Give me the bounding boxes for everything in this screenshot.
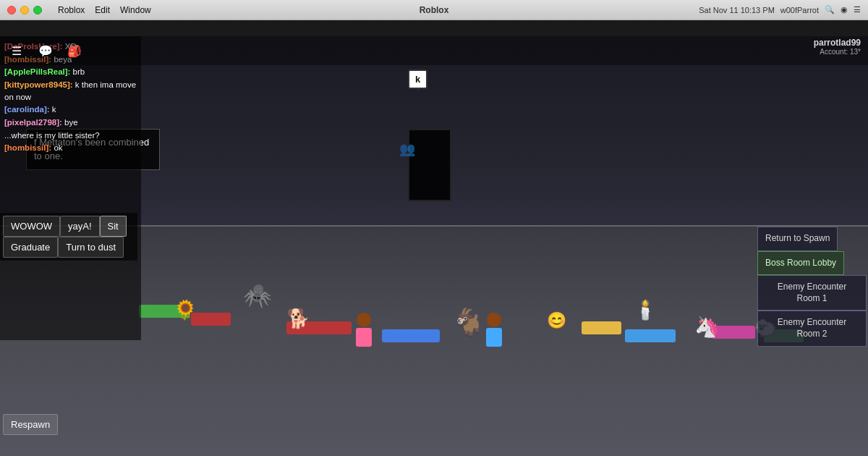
title-bar: Roblox Edit Window Roblox Sat Nov 11 10:… — [0, 0, 868, 20]
fullscreen-button[interactable] — [33, 6, 42, 14]
display-username: parrotlad99 — [814, 38, 861, 48]
traffic-lights: Roblox Edit Window — [7, 5, 151, 15]
chat-message: [carolinda]: k — [4, 104, 137, 116]
minimize-button[interactable] — [20, 6, 29, 14]
action-button-turn-to-dust[interactable]: Turn to dust — [58, 237, 124, 258]
purple-character: 🦄 — [694, 315, 720, 339]
siri-icon[interactable]: ◉ — [841, 5, 848, 14]
chat-message: [kittypower8945]: k then ima move on now — [4, 79, 137, 103]
right-buttons-list: Return to SpawnBoss Room LobbyEnemy Enco… — [757, 227, 867, 347]
muffet-character: 🕷️ — [243, 282, 272, 309]
nav-button-enemy-encounter-room-1[interactable]: Enemy Encounter Room 1 — [757, 275, 867, 311]
platform-3 — [382, 329, 440, 342]
chat-panel: [DaProIsHere]: XD[hombissil]: beya[Apple… — [0, 36, 141, 340]
flowey-character: 🌻 — [174, 299, 197, 321]
hamburger-menu-button[interactable]: ☰ — [6, 40, 27, 62]
account-info: Account: 13* — [814, 48, 861, 56]
menu-roblox[interactable]: Roblox — [58, 5, 85, 15]
chat-message: [hombissil]: ok — [4, 142, 137, 154]
game-viewport: k 🕷️ 🌻 🕯️ 🐕 😊 🐐 🦄 🐑 👥 ☰ 💬 — [0, 36, 868, 456]
action-button-sit[interactable]: Sit — [100, 216, 127, 237]
system-info: Sat Nov 11 10:13 PM w00fParrot 🔍 ◉ ☰ — [699, 5, 861, 14]
search-icon[interactable]: 🔍 — [825, 5, 835, 14]
speech-bubble: k — [408, 69, 427, 89]
shadow-character: 👥 — [399, 141, 415, 157]
action-panel: WOWOWyayA!SitGraduateTurn to dust — [0, 213, 137, 261]
flame-character: 🕯️ — [634, 299, 657, 321]
menu-window[interactable]: Window — [120, 5, 151, 15]
platform-4 — [582, 321, 621, 334]
chat-message: ...where is my little sister? — [4, 130, 137, 142]
respawn-button-container: Respawn — [3, 414, 135, 435]
right-panel: Return to SpawnBoss Room LobbyEnemy Enco… — [756, 225, 868, 348]
user-info: parrotlad99 Account: 13* — [814, 38, 861, 56]
frisk-character-1 — [356, 313, 372, 347]
action-button-graduate[interactable]: Graduate — [3, 237, 58, 258]
action-button-yaya![interactable]: yayA! — [60, 216, 100, 237]
doorway — [408, 129, 451, 201]
asgore-character: 🐐 — [451, 307, 485, 339]
app-menu: Roblox Edit Window — [58, 5, 151, 15]
platform-5 — [625, 329, 676, 342]
nav-button-enemy-encounter-room-2[interactable]: Enemy Encounter Room 2 — [757, 311, 867, 346]
platform-1 — [191, 313, 231, 326]
backpack-button[interactable]: 🎒 — [64, 40, 85, 62]
action-buttons-list: WOWOWyayA!SitGraduateTurn to dust — [3, 216, 135, 258]
nav-button-boss-room-lobby[interactable]: Boss Room Lobby — [757, 251, 844, 276]
chat-button[interactable]: 💬 — [35, 40, 56, 62]
chat-message: [ApplePillsReal]: brb — [4, 66, 137, 78]
window-title: Roblox — [420, 5, 449, 15]
action-button-wowow[interactable]: WOWOW — [3, 216, 60, 237]
chat-message: [pixelpal2798]: bye — [4, 117, 137, 129]
dog-character: 🐕 — [286, 308, 310, 330]
frisk-character-2 — [486, 313, 502, 347]
close-button[interactable] — [7, 6, 16, 14]
nav-button-return-to-spawn[interactable]: Return to Spawn — [757, 227, 838, 251]
respawn-button[interactable]: Respawn — [3, 414, 58, 435]
username-menu: w00fParrot — [780, 6, 819, 14]
game-topbar: ☰ 💬 🎒 parrotlad99 Account: 13* — [0, 36, 868, 65]
sans-character: 😊 — [547, 311, 566, 330]
datetime: Sat Nov 11 10:13 PM — [699, 6, 775, 14]
notification-center-icon[interactable]: ☰ — [854, 5, 861, 14]
menu-edit[interactable]: Edit — [95, 5, 110, 15]
